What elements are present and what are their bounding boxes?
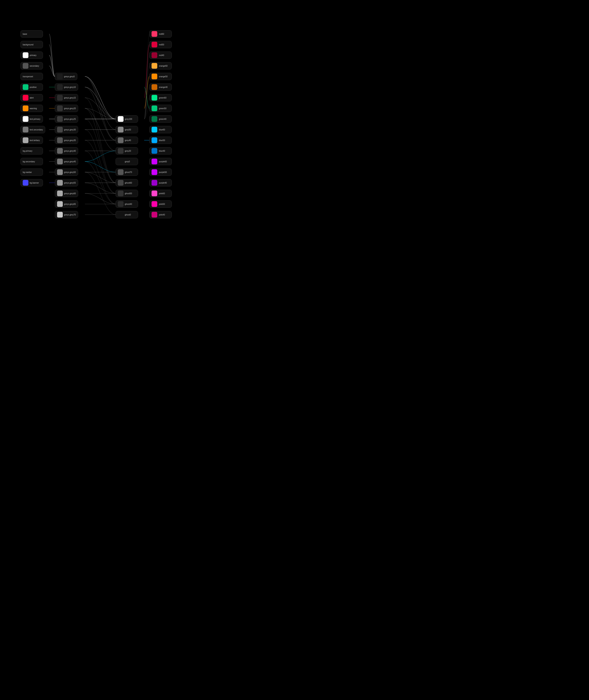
node-box-grey5: greys.grey5 [55, 73, 77, 80]
label-pink60: pink60 [159, 192, 165, 195]
node-grey55: greys.grey55 [55, 179, 78, 187]
label-warning: warning [30, 107, 37, 109]
after-box-blue60: blue60 [149, 126, 172, 133]
label-grey40r: grey40 [125, 139, 131, 142]
node-box-grey20: greys.grey20 [55, 105, 78, 112]
swatch-text-secondary [23, 127, 28, 133]
node-red60: red60 [149, 30, 172, 38]
node-grey50: greys.grey50 [55, 169, 78, 176]
swatch-grey50 [57, 169, 63, 175]
swatch-secondary [23, 63, 28, 69]
node-ghost0: ghost0 [116, 211, 138, 218]
node-box-ghost70: ghost70 [116, 169, 138, 176]
swatch-ghost70 [118, 169, 124, 175]
swatch-green50 [152, 105, 157, 111]
node-grey20: greys.grey20 [55, 105, 78, 112]
label-grey50: greys.grey50 [64, 171, 76, 173]
node-bg-secondary: bg.secondary [20, 158, 43, 165]
swatch-grey20 [57, 105, 63, 111]
node-positive: positive [20, 83, 43, 91]
label-pink50: pink50 [159, 203, 165, 205]
label-pink40: pink40 [159, 214, 165, 216]
after-box-green60: green60 [149, 94, 172, 101]
label-orange50: orange50 [159, 75, 168, 78]
after-box-orange50: orange50 [149, 73, 172, 80]
label-red40: red40 [159, 54, 164, 56]
node-box-bg-primary: bg.primary [20, 147, 43, 155]
label-bg-primary: bg.primary [23, 150, 32, 152]
label-orange60: orange60 [159, 65, 168, 67]
label-bg-navbar: bg.navbar [23, 171, 32, 173]
node-bg-navbar: bg.navbar [20, 169, 43, 176]
node-box-secondary: secondary [20, 62, 43, 69]
node-orange60: orange60 [149, 62, 172, 69]
node-box-ghost40: ghost40 [116, 200, 138, 208]
swatch-blue40 [152, 148, 157, 154]
node-box-positive: positive [20, 83, 43, 91]
swatch-blue50 [152, 138, 157, 143]
node-red40: red40 [149, 51, 172, 59]
swatch-ghost50 [118, 191, 124, 196]
label-blue40: blue40 [159, 150, 165, 152]
node-grey40r: grey40 [116, 137, 138, 144]
node-grey50r: grey50 [116, 126, 138, 133]
label-text-tertiary: text.tertiary [30, 139, 40, 142]
after-box-pink40: pink40 [149, 211, 172, 218]
node-text-primary: text.primary [20, 115, 43, 123]
label-grey25: greys.grey25 [64, 118, 76, 120]
label-green60: green60 [159, 97, 167, 99]
swatch-grey55 [57, 180, 63, 186]
label-purple60: purple60 [159, 161, 167, 163]
node-box-text-primary: text.primary [20, 115, 43, 123]
label-grey60: greys.grey60 [64, 192, 76, 195]
label-grey65: greys.grey65 [64, 203, 76, 205]
swatch-grey20r [118, 148, 124, 154]
swatch-grey65 [57, 201, 63, 207]
node-box-grey40: greys.grey40 [55, 147, 78, 155]
after-box-red60: red60 [149, 30, 172, 38]
node-purple40: purple40 [149, 179, 172, 187]
node-green50: green50 [149, 105, 172, 112]
swatch-text-tertiary [23, 138, 28, 143]
node-blue50: blue50 [149, 137, 172, 144]
after-box-red50: red50 [149, 41, 172, 48]
label-ghost70: ghost70 [125, 171, 132, 173]
node-primary: primary [20, 51, 43, 59]
swatch-pink50 [152, 201, 157, 207]
node-grey0: grey0 [116, 158, 138, 165]
label-text-secondary: text.secondary [30, 129, 43, 131]
node-orange50: orange50 [149, 73, 172, 80]
label-grey35: greys.grey35 [64, 139, 76, 142]
node-pink50: pink50 [149, 200, 172, 208]
node-ghost40: ghost40 [116, 200, 138, 208]
node-pink60: pink60 [149, 190, 172, 197]
node-box-primary: primary [20, 51, 43, 59]
node-box-background: background [20, 41, 43, 48]
after-box-pink50: pink50 [149, 200, 172, 208]
swatch-red40 [152, 52, 157, 58]
node-box-grey35: greys.grey35 [55, 137, 78, 144]
node-box-bg-banner: bg.banner [20, 179, 43, 187]
label-ghost40: ghost40 [125, 203, 132, 205]
label-secondary: secondary [30, 65, 39, 67]
node-grey60: greys.grey60 [55, 190, 78, 197]
swatch-positive [23, 84, 28, 90]
swatch-pink60 [152, 191, 157, 196]
after-box-purple50: purple50 [149, 169, 172, 176]
node-box-grey60: greys.grey60 [55, 190, 78, 197]
after-box-blue50: blue50 [149, 137, 172, 144]
label-orange40: orange40 [159, 86, 168, 88]
node-box-grey100: grey100 [116, 115, 138, 123]
node-box-grey50: greys.grey50 [55, 169, 78, 176]
node-box-grey40r: grey40 [116, 137, 138, 144]
node-ghost50: ghost50 [116, 190, 138, 197]
swatch-grey60 [57, 191, 63, 196]
swatch-red50 [152, 42, 157, 47]
label-background: background [23, 43, 33, 46]
swatch-grey30 [57, 127, 63, 133]
label-purple50: purple50 [159, 171, 167, 173]
label-grey100: grey100 [125, 118, 132, 120]
label-grey15: greys.grey15 [64, 97, 76, 99]
node-ghost60: ghost60 [116, 179, 138, 187]
label-grey30: greys.grey30 [64, 129, 76, 131]
